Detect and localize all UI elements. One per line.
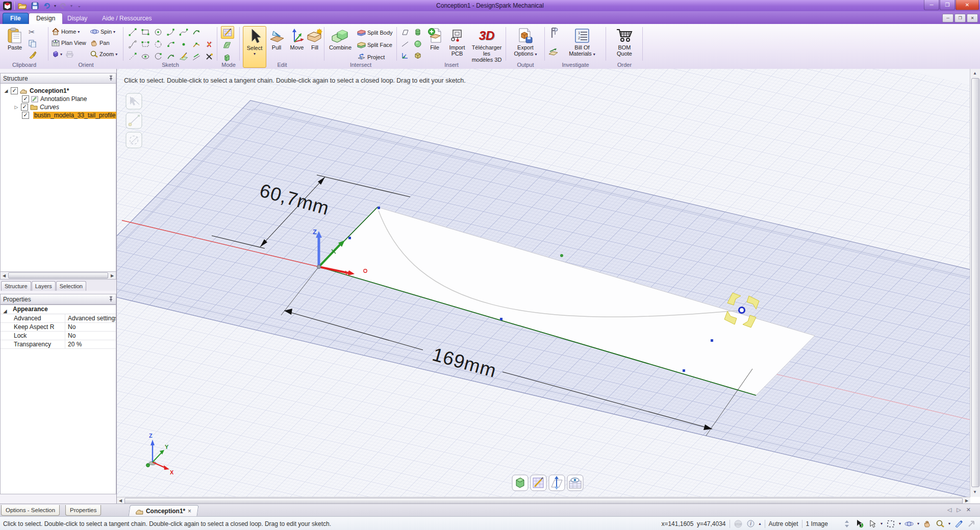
redo-icon[interactable] [58,1,68,10]
redo-dropdown-icon[interactable]: ▾ [70,4,72,8]
stop-icon[interactable]: STOP [734,519,743,528]
sketch-tool-create-corner[interactable] [190,26,203,38]
property-row[interactable]: Advanced Advanced settings [1,314,116,323]
tab-options-selection[interactable]: Options - Selection [1,505,60,516]
import-pcb-button[interactable]: Import PCB [446,26,468,57]
insert-file-button[interactable]: File [425,26,444,51]
bom-quote-button[interactable]: BOM Quote [611,26,638,57]
tab-close-icon[interactable]: ✕ [966,507,971,513]
spin-tool-icon[interactable] [904,519,914,528]
property-row[interactable]: Lock No [1,332,116,340]
sketch-mode-button[interactable] [531,475,546,491]
insert-line-button[interactable] [401,39,409,49]
format-painter-button[interactable] [29,49,37,60]
sketch-tool-curve[interactable] [127,38,139,50]
tab-next-icon[interactable]: ▷ [957,507,961,513]
solid-mode-button[interactable] [512,475,528,491]
sketch-tool-construction-line[interactable] [127,51,139,62]
sketch-tool-circle[interactable] [152,26,164,38]
canvas-hscrollbar[interactable]: ◀ ▶ [117,497,970,504]
move-button[interactable]: Move [288,26,306,51]
pin-icon[interactable] [109,296,113,302]
scroll-thumb[interactable] [124,498,963,504]
sketch-tool-offset-line[interactable] [190,51,203,62]
fill-button[interactable]: Fill [307,26,322,51]
bill-of-materials-button[interactable]: 12 Bill Of Materials ▾ [562,26,602,58]
canvas-vscrollbar[interactable]: ▲ ▼ [970,69,980,497]
checkbox-checked[interactable]: ✓ [22,95,29,103]
structure-hscrollbar[interactable]: ◀ ▶ [0,272,116,280]
expander-expanded-icon[interactable]: ◢ [4,88,9,93]
section-expander-icon[interactable]: ◢ [3,307,8,314]
sketch-tool-bend[interactable] [190,38,203,50]
tab-display[interactable]: Display [60,13,94,24]
sketch-tool-sweep-arc[interactable] [165,51,177,62]
select-return-tool-icon[interactable] [855,519,864,528]
scroll-right-icon[interactable]: ▶ [963,498,970,504]
checkbox-checked[interactable]: ✓ [11,87,18,94]
tab-structure[interactable]: Structure [1,281,31,291]
maximize-button[interactable]: ❐ [940,0,955,10]
tab-aide-ressources[interactable]: Aide / Ressources [95,13,159,24]
measure-face-button[interactable] [548,46,558,57]
doc-restore-button[interactable]: ❐ [954,14,966,22]
pin-icon[interactable] [109,75,113,81]
sketch-tool-line[interactable] [127,26,139,38]
select-tool-icon[interactable] [868,519,877,528]
sketch-tool-circle-arc[interactable] [152,51,164,62]
cut-button[interactable]: ✂ [29,27,35,37]
tab-file[interactable]: File [3,13,29,24]
sketch-tool-ellipse[interactable] [139,51,152,62]
qat-more-icon[interactable]: ⌄ [78,4,81,8]
canvas-ghost-tools[interactable] [126,93,142,148]
info-icon[interactable]: i [746,519,756,528]
checkbox-checked[interactable]: ✓ [21,104,28,111]
sketch-pencil-icon[interactable] [954,519,963,528]
checkbox-checked[interactable]: ✓ [22,112,29,119]
split-face-button[interactable]: Split Face [357,40,392,50]
tree-item-annotation-plane[interactable]: ✓ Annotation Plane [1,95,116,103]
insert-shell-button[interactable] [414,51,421,61]
sketch-tool-split-curve[interactable] [203,38,215,50]
split-body-button[interactable]: Split Body [357,28,393,38]
tree-item-curves[interactable]: ▷ ✓ Curves [1,103,116,111]
copy-button[interactable] [29,38,36,48]
spin-button[interactable]: Spin▾ [90,27,115,37]
sketch-tool-three-point-rectangle[interactable] [139,38,152,50]
scroll-down-icon[interactable]: ▼ [971,489,978,496]
tab-selection[interactable]: Selection [56,281,86,291]
section-mode-button[interactable] [549,475,565,491]
tree-item-image-selected[interactable]: ✓ bustin_modela_33_tail_profile [1,111,116,119]
design-canvas[interactable]: 60,7mm 169mm [117,69,970,497]
sketch-tool-point[interactable] [178,38,190,50]
scroll-left-icon[interactable]: ◀ [1,272,8,279]
info-dropdown-icon[interactable]: ▴ [759,521,761,526]
tab-design[interactable]: Design [29,13,63,24]
sketch-tool-arc[interactable] [165,38,177,50]
scroll-right-icon[interactable]: ▶ [109,272,116,279]
insert-axes-button[interactable] [401,51,409,61]
view-cube-button[interactable]: ▾ [52,49,62,59]
marquee-dropdown-icon[interactable]: ▾ [899,521,901,526]
save-icon[interactable] [30,1,40,10]
tree-item-root[interactable]: ◢ ✓ Conception1* [1,87,116,95]
scroll-left-icon[interactable]: ◀ [117,498,124,504]
sketch-tool-spline[interactable] [178,26,190,38]
sketch-tool-sketch-fill[interactable] [178,51,190,62]
marquee-icon[interactable] [886,519,895,528]
tab-layers[interactable]: Layers [32,281,56,291]
paste-button[interactable]: Paste [4,26,26,51]
sketch-tool-construction-circle[interactable] [152,38,164,50]
property-value[interactable]: 20 % [65,340,116,348]
measure-button[interactable] [549,28,559,38]
doc-minimize-button[interactable]: ─ [942,14,953,22]
scroll-up-icon[interactable]: ▲ [971,70,978,77]
expander-collapsed-icon[interactable]: ▷ [14,105,19,110]
combine-button[interactable]: Combine [326,26,354,51]
undo-dropdown-icon[interactable]: ▾ [54,4,56,8]
mode-sketch-mode[interactable] [221,26,234,39]
spin-tool-dropdown-icon[interactable]: ▾ [917,521,919,526]
minimize-button[interactable]: ─ [924,0,939,10]
property-value[interactable]: Advanced settings [65,314,116,322]
document-tab-close-icon[interactable]: × [188,508,191,515]
